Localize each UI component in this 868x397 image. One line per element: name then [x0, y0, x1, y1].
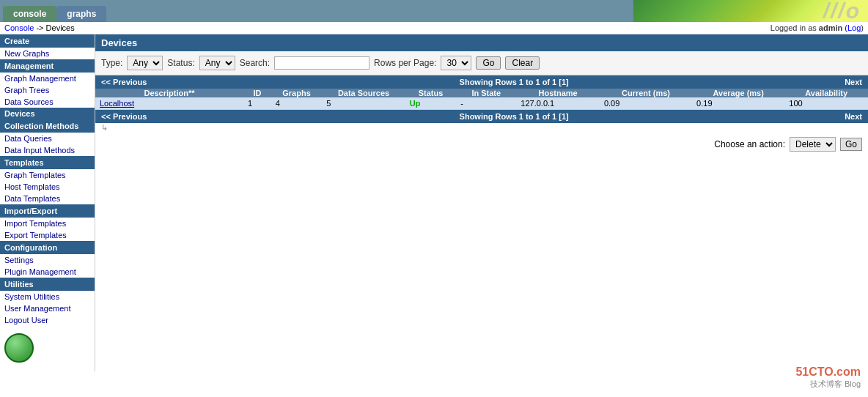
device-status: Up	[405, 97, 456, 110]
status-select[interactable]: Any	[199, 56, 235, 70]
login-link[interactable]: (Log	[845, 23, 861, 32]
sidebar-item-user-management[interactable]: User Management	[0, 303, 95, 314]
sidebar-item-devices[interactable]: Devices	[0, 108, 95, 119]
type-select[interactable]: Any	[127, 56, 163, 70]
nav-row-bottom: << Previous Showing Rows 1 to 1 of 1 [1]…	[95, 110, 868, 124]
sidebar-item-export-templates[interactable]: Export Templates	[0, 229, 95, 241]
action-bar: Choose an action: Delete Go	[95, 133, 868, 156]
devices-table: << Previous Showing Rows 1 to 1 of 1 [1]…	[95, 75, 868, 133]
sidebar-item-data-sources[interactable]: Data Sources	[0, 96, 95, 108]
type-label: Type:	[101, 58, 122, 68]
breadcrumb: Console -> Devices	[4, 23, 75, 32]
action-label: Choose an action:	[714, 139, 785, 149]
device-in-state: -	[456, 97, 516, 110]
filter-bar: Type: Any Status: Any Search: Rows per P…	[95, 51, 868, 75]
prev-link-top[interactable]: << Previous	[101, 78, 147, 86]
console-tab[interactable]: console	[3, 6, 56, 22]
next-link-top[interactable]: Next	[845, 78, 862, 86]
content-area: Devices Type: Any Status: Any Search: Ro…	[95, 34, 868, 371]
sidebar-item-import-templates[interactable]: Import Templates	[0, 218, 95, 229]
sidebar-item-logout[interactable]: Logout User	[0, 314, 95, 326]
col-description: Description**	[95, 89, 243, 97]
login-text: Logged in as	[770, 23, 819, 32]
sidebar: Create New Graphs Management Graph Manag…	[0, 34, 95, 371]
status-label: Status:	[167, 58, 194, 68]
col-graphs: Graphs	[271, 89, 322, 97]
rows-select[interactable]: 30	[441, 56, 471, 70]
table-header-row: Description** ID Graphs Data Sources Sta…	[95, 89, 868, 97]
table-row: Localhost 1 4 5 Up - 127.0.0.1 0.09 0.19…	[95, 97, 868, 110]
device-data-sources: 5	[322, 97, 405, 110]
go-button[interactable]: Go	[476, 56, 501, 70]
devices-header: Devices	[95, 34, 868, 51]
col-hostname: Hostname	[516, 89, 600, 97]
indent-row: ↳	[95, 123, 868, 133]
device-description-link[interactable]: Localhost	[100, 99, 134, 108]
col-in-state: In State	[456, 89, 516, 97]
breadcrumb-current: Devices	[46, 23, 75, 32]
sidebar-configuration-header: Configuration	[0, 241, 95, 254]
sidebar-item-data-input-methods[interactable]: Data Input Methods	[0, 144, 95, 156]
nav-row-top: << Previous Showing Rows 1 to 1 of 1 [1]…	[95, 75, 868, 89]
sidebar-collection-header: Collection Methods	[0, 119, 95, 133]
col-data-sources: Data Sources	[322, 89, 405, 97]
col-average-ms: Average (ms)	[692, 89, 784, 97]
showing-text-top: Showing Rows 1 to 1 of 1 [1]	[460, 78, 569, 86]
action-select[interactable]: Delete	[790, 137, 836, 152]
login-info: Logged in as admin (Log)	[770, 23, 864, 32]
device-graphs: 4	[271, 97, 322, 110]
logo-text: ///o	[823, 0, 861, 23]
devices-title: Devices	[101, 37, 137, 48]
sidebar-item-data-queries[interactable]: Data Queries	[0, 133, 95, 144]
sidebar-status-icon	[4, 333, 34, 363]
sidebar-management-header: Management	[0, 59, 95, 73]
showing-text-bottom: Showing Rows 1 to 1 of 1 [1]	[460, 112, 569, 121]
clear-button[interactable]: Clear	[505, 56, 540, 70]
device-hostname: 127.0.0.1	[516, 97, 600, 110]
sidebar-importexport-header: Import/Export	[0, 204, 95, 218]
indent-icon: ↳	[95, 123, 108, 132]
device-average-ms: 0.19	[692, 97, 784, 110]
graphs-tab[interactable]: graphs	[56, 6, 106, 22]
breadcrumb-console-link[interactable]: Console	[4, 23, 34, 32]
top-nav: console graphs ///o	[0, 0, 868, 22]
sidebar-item-plugin-management[interactable]: Plugin Management	[0, 266, 95, 278]
sidebar-item-data-templates[interactable]: Data Templates	[0, 193, 95, 204]
breadcrumb-separator: ->	[36, 23, 45, 32]
header-logo: ///o	[633, 0, 868, 22]
col-availability: Availability	[784, 89, 868, 97]
breadcrumb-bar: Console -> Devices Logged in as admin (L…	[0, 22, 868, 34]
main-layout: Create New Graphs Management Graph Manag…	[0, 34, 868, 371]
sidebar-templates-header: Templates	[0, 156, 95, 169]
sidebar-create-header: Create	[0, 34, 95, 48]
login-user: admin	[819, 23, 842, 32]
col-current-ms: Current (ms)	[600, 89, 692, 97]
rows-label: Rows per Page:	[374, 58, 436, 68]
search-input[interactable]	[274, 56, 369, 70]
next-link-bottom[interactable]: Next	[845, 112, 862, 121]
sidebar-item-settings[interactable]: Settings	[0, 254, 95, 266]
col-id: ID	[243, 89, 271, 97]
action-go-button[interactable]: Go	[840, 138, 862, 151]
device-id: 1	[243, 97, 271, 110]
sidebar-item-system-utilities[interactable]: System Utilities	[0, 291, 95, 303]
sidebar-item-graph-trees[interactable]: Graph Trees	[0, 84, 95, 96]
sidebar-item-new-graphs[interactable]: New Graphs	[0, 48, 95, 59]
sidebar-utilities-header: Utilities	[0, 278, 95, 291]
device-availability: 100	[784, 97, 868, 110]
device-current-ms: 0.09	[600, 97, 692, 110]
col-status: Status	[405, 89, 456, 97]
sidebar-item-host-templates[interactable]: Host Templates	[0, 181, 95, 193]
search-label: Search:	[240, 58, 270, 68]
sidebar-item-graph-management[interactable]: Graph Management	[0, 73, 95, 84]
prev-link-bottom[interactable]: << Previous	[101, 112, 147, 121]
sidebar-item-graph-templates[interactable]: Graph Templates	[0, 169, 95, 181]
